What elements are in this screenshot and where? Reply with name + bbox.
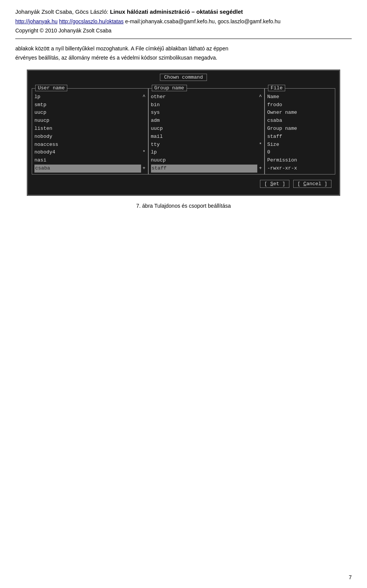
figure-caption: 7. ábra Tulajdonos és csoport beállítása [15, 203, 352, 209]
file-info: Name frodo Owner name csaba Group name s… [267, 93, 333, 173]
file-name-value: frodo [267, 101, 333, 109]
file-name-label: Name [267, 93, 333, 101]
header-title: Johanyák Zsolt Csaba, Göcs László: Linux… [15, 8, 352, 16]
header: Johanyák Zsolt Csaba, Göcs László: Linux… [15, 8, 352, 35]
group-value: staff [267, 133, 333, 141]
user-list: lp^ smtp uucp nuucp listen nobody noacce… [34, 93, 146, 173]
user-panel: User name lp^ smtp uucp nuucp listen nob… [32, 88, 148, 174]
email-text: e-mail:johanyak.csaba@gamf.kefo.hu, gocs… [125, 18, 281, 24]
buttons-row: [ Set ] [ Cancel ] [32, 180, 335, 188]
list-item: nobody [34, 133, 146, 141]
group-panel: Group name other^ bin sys adm uucp mail … [148, 88, 265, 174]
list-item-selected[interactable]: staff+ [151, 165, 262, 173]
list-item: nobody4* [34, 149, 146, 157]
list-item: other^ [151, 93, 262, 101]
set-button[interactable]: [ Set ] [260, 180, 289, 188]
list-item: mail [151, 133, 262, 141]
title-bold: Linux hálózati adminisztráció – oktatási… [110, 8, 243, 15]
owner-label: Owner name [267, 109, 333, 117]
list-item: nuucp [151, 157, 262, 165]
list-item: uucp [34, 109, 146, 117]
permission-value: -rwxr-xr-x [267, 165, 333, 173]
cancel-button[interactable]: [ Cancel ] [293, 180, 331, 188]
list-item: noaccess [34, 141, 146, 149]
link1[interactable]: http://johanyak.hu [15, 18, 58, 24]
group-list: other^ bin sys adm uucp mail tty* lp nuu… [151, 93, 262, 173]
list-item: adm [151, 117, 262, 125]
file-panel: File Name frodo Owner name csaba Group n… [265, 88, 335, 174]
group-panel-title: Group name [152, 85, 187, 91]
list-item: bin [151, 101, 262, 109]
link2[interactable]: http://gocslaszlo.hu/oktatas [59, 18, 123, 24]
owner-value: csaba [267, 117, 333, 125]
list-item: smtp [34, 101, 146, 109]
file-panel-title: File [268, 85, 285, 91]
list-item: lp [151, 149, 262, 157]
divider [15, 39, 352, 39]
body-text: ablakok között a nyíl billentyűkkel mozo… [15, 44, 352, 63]
terminal-screenshot: Chown command User name lp^ smtp uucp nu… [27, 69, 340, 196]
list-item-selected[interactable]: csaba+ [34, 165, 146, 173]
size-label: Size [267, 141, 333, 149]
page-number: 7 [349, 574, 352, 580]
copyright: Copyright © 2010 Johanyák Zsolt Csaba [15, 26, 352, 35]
list-item: lp^ [34, 93, 146, 101]
panels-row: User name lp^ smtp uucp nuucp listen nob… [32, 88, 335, 174]
user-panel-title: User name [35, 85, 67, 91]
list-item: uucp [151, 125, 262, 133]
list-item: tty* [151, 141, 262, 149]
header-links: http://johanyak.hu http://gocslaszlo.hu/… [15, 17, 352, 26]
permission-label: Permission [267, 157, 333, 165]
list-item: listen [34, 125, 146, 133]
list-item: nuucp [34, 117, 146, 125]
list-item: nasi [34, 157, 146, 165]
authors: Johanyák Zsolt Csaba, Göcs László: [15, 8, 108, 15]
size-value: 0 [267, 149, 333, 157]
group-label: Group name [267, 125, 333, 133]
list-item: sys [151, 109, 262, 117]
dialog-title: Chown command [160, 74, 207, 81]
